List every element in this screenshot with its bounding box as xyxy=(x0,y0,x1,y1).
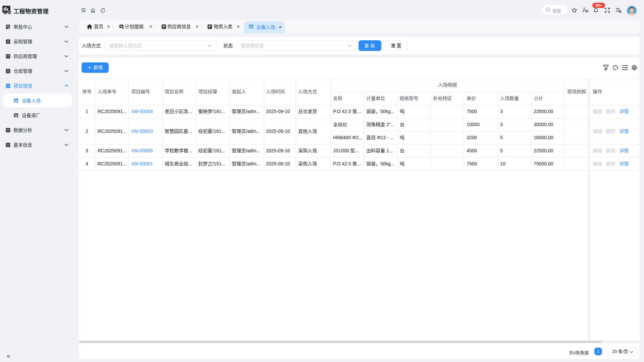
svg-text:Ai: Ai xyxy=(585,9,589,13)
svg-text:A: A xyxy=(619,9,622,13)
